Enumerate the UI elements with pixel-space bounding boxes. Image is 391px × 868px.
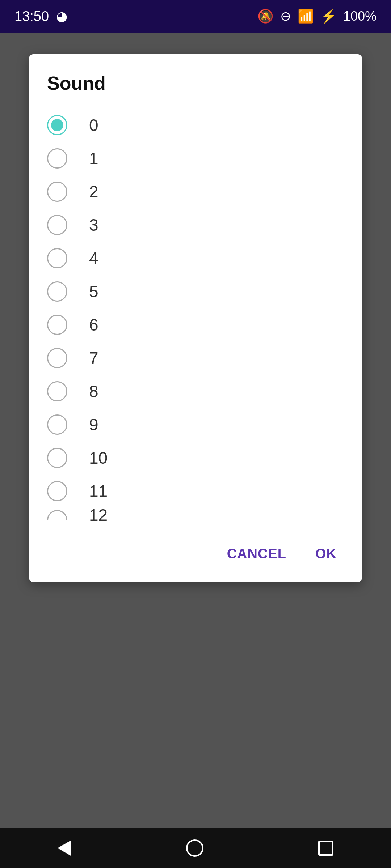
radio-button-10[interactable] — [47, 448, 67, 468]
battery-percent: 100% — [343, 9, 377, 24]
radio-button-6[interactable] — [47, 315, 67, 335]
radio-label-9: 9 — [89, 415, 98, 434]
radio-item-5[interactable]: 5 — [47, 275, 344, 308]
status-right: 🔕 ⊖ 📶 ⚡ 100% — [257, 9, 377, 24]
radio-item-10[interactable]: 10 — [47, 441, 344, 475]
home-icon — [186, 839, 203, 857]
sound-dialog: Sound 0 1 2 3 4 5 — [29, 54, 362, 582]
back-button[interactable] — [58, 840, 71, 856]
status-bar: 13:50 ◕ 🔕 ⊖ 📶 ⚡ 100% — [0, 0, 391, 33]
radio-button-8[interactable] — [47, 381, 67, 401]
media-icon: ◕ — [56, 9, 67, 24]
radio-option-list: 0 1 2 3 4 5 6 — [47, 109, 344, 522]
radio-button-12-partial[interactable] — [47, 510, 67, 520]
status-time: 13:50 — [14, 9, 49, 24]
radio-item-12-partial[interactable]: 12 — [47, 508, 344, 522]
radio-item-0[interactable]: 0 — [47, 109, 344, 142]
back-icon — [58, 840, 71, 856]
radio-item-4[interactable]: 4 — [47, 242, 344, 275]
radio-label-6: 6 — [89, 315, 98, 335]
radio-item-1[interactable]: 1 — [47, 142, 344, 175]
radio-item-11[interactable]: 11 — [47, 475, 344, 508]
radio-button-5[interactable] — [47, 281, 67, 302]
home-button[interactable] — [186, 839, 203, 857]
radio-button-3[interactable] — [47, 215, 67, 235]
radio-label-1: 1 — [89, 149, 98, 168]
radio-button-9[interactable] — [47, 414, 67, 435]
status-left: 13:50 ◕ — [14, 9, 67, 24]
wifi-icon: 📶 — [298, 9, 314, 24]
bell-mute-icon: 🔕 — [257, 9, 274, 24]
do-not-disturb-icon: ⊖ — [280, 9, 291, 24]
radio-button-0[interactable] — [47, 115, 67, 135]
recent-icon — [318, 841, 333, 856]
ok-button[interactable]: OK — [308, 540, 344, 567]
radio-label-10: 10 — [89, 448, 108, 468]
cancel-button[interactable]: CANCEL — [220, 540, 294, 567]
radio-item-6[interactable]: 6 — [47, 308, 344, 341]
navigation-bar — [0, 828, 391, 868]
radio-item-8[interactable]: 8 — [47, 375, 344, 408]
radio-label-5: 5 — [89, 282, 98, 301]
radio-item-2[interactable]: 2 — [47, 175, 344, 208]
dialog-title: Sound — [47, 72, 344, 94]
radio-item-7[interactable]: 7 — [47, 341, 344, 375]
radio-label-12-partial: 12 — [89, 508, 108, 522]
radio-button-11[interactable] — [47, 481, 67, 501]
radio-label-11: 11 — [89, 481, 108, 501]
radio-label-0: 0 — [89, 115, 98, 135]
dialog-actions: CANCEL OK — [47, 533, 344, 567]
battery-icon: ⚡ — [320, 9, 337, 24]
radio-button-4[interactable] — [47, 248, 67, 268]
radio-button-1[interactable] — [47, 148, 67, 169]
radio-label-7: 7 — [89, 348, 98, 368]
recent-apps-button[interactable] — [318, 841, 333, 856]
radio-item-3[interactable]: 3 — [47, 208, 344, 242]
radio-label-3: 3 — [89, 215, 98, 235]
radio-label-2: 2 — [89, 182, 98, 201]
radio-button-7[interactable] — [47, 348, 67, 368]
radio-button-2[interactable] — [47, 182, 67, 202]
radio-label-8: 8 — [89, 382, 98, 401]
radio-label-4: 4 — [89, 248, 98, 268]
radio-item-9[interactable]: 9 — [47, 408, 344, 441]
